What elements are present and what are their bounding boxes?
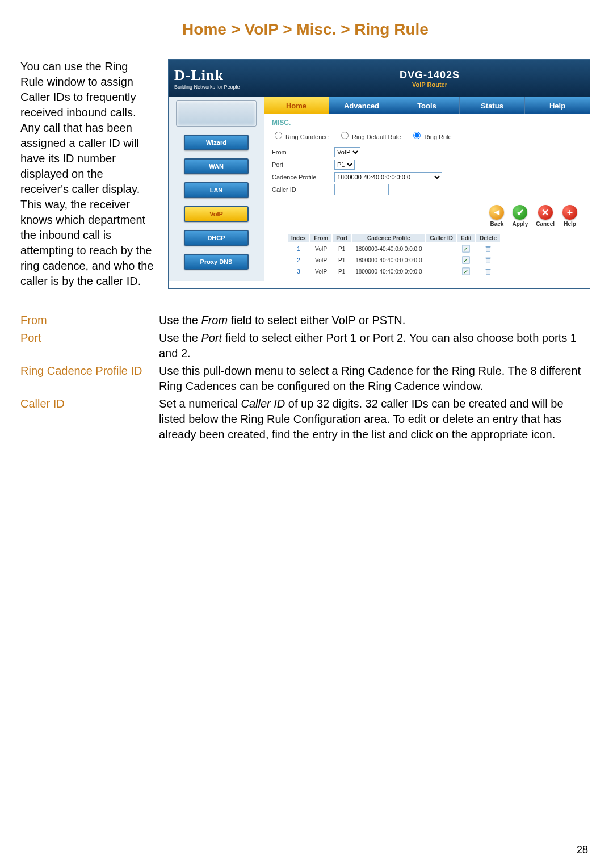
cell-port: P1	[333, 244, 351, 254]
cell-caller	[426, 244, 456, 254]
breadcrumb: Home > VoIP > Misc. > Ring Rule	[20, 20, 590, 39]
radio-ring-candence-label: Ring Candence	[285, 133, 329, 140]
tab-advanced[interactable]: Advanced	[329, 97, 394, 114]
radio-ring-default[interactable]: Ring Default Rule	[338, 133, 401, 140]
delete-icon[interactable]	[484, 267, 492, 275]
back-button[interactable]: ◄ Back	[489, 205, 504, 227]
cell-cadence: 1800000-40:40:0:0:0:0:0:0	[352, 244, 425, 254]
cancel-icon: ✕	[538, 205, 553, 220]
cell-cadence: 1800000-40:40:0:0:0:0:0:0	[352, 266, 425, 276]
sidebar-item-dhcp[interactable]: DHCP	[184, 230, 249, 246]
svg-rect-2	[486, 246, 491, 248]
caller-id-label: Caller ID	[272, 186, 334, 193]
svg-rect-8	[486, 269, 491, 270]
table-row: 3 VoIP P1 1800000-40:40:0:0:0:0:0:0	[288, 266, 500, 276]
cell-port: P1	[333, 266, 351, 276]
brand-tagline: Building Networks for People	[174, 84, 270, 90]
help-label: Help	[564, 221, 576, 227]
back-icon: ◄	[489, 205, 504, 220]
delete-icon[interactable]	[484, 256, 492, 264]
cadence-label: Cadence Profile	[272, 174, 334, 181]
svg-rect-5	[486, 258, 491, 259]
table-row: 2 VoIP P1 1800000-40:40:0:0:0:0:0:0	[288, 255, 500, 265]
tab-home[interactable]: Home	[264, 97, 329, 114]
apply-button[interactable]: ✔ Apply	[512, 205, 528, 227]
section-label: MISC.	[264, 114, 590, 129]
definitions: From Use the From field to select either…	[20, 313, 590, 442]
ring-rule-table: Index From Port Cadence Profile Caller I…	[287, 233, 501, 278]
model-subtitle: VoIP Router	[412, 81, 447, 88]
help-icon: ＋	[562, 205, 577, 220]
edit-icon[interactable]	[462, 256, 470, 264]
col-delete: Delete	[476, 234, 500, 242]
def-term-port: Port	[20, 330, 159, 361]
def-body-port: Use the Port field to select either Port…	[159, 330, 590, 361]
tab-help[interactable]: Help	[525, 97, 590, 114]
sidebar-item-proxy-dns[interactable]: Proxy DNS	[184, 254, 249, 270]
cell-index: 2	[288, 255, 309, 265]
back-label: Back	[490, 221, 503, 227]
col-edit: Edit	[457, 234, 475, 242]
delete-icon[interactable]	[484, 245, 492, 253]
svg-rect-1	[486, 247, 490, 251]
cell-index: 1	[288, 244, 309, 254]
sidebar-item-voip[interactable]: VoIP	[184, 206, 249, 222]
cadence-select[interactable]: 1800000-40:40:0:0:0:0:0:0	[334, 172, 442, 182]
radio-ring-rule-label: Ring Rule	[424, 133, 451, 140]
cell-from: VoIP	[310, 244, 331, 254]
sidebar-item-lan[interactable]: LAN	[184, 182, 249, 198]
apply-label: Apply	[512, 221, 528, 227]
col-cadence: Cadence Profile	[352, 234, 425, 242]
sidebar-item-wan[interactable]: WAN	[184, 158, 249, 174]
port-label: Port	[272, 161, 334, 168]
def-term-caller-id: Caller ID	[20, 396, 159, 442]
page-number: 28	[577, 844, 588, 856]
edit-icon[interactable]	[462, 245, 470, 253]
table-row: 1 VoIP P1 1800000-40:40:0:0:0:0:0:0	[288, 244, 500, 254]
cancel-button[interactable]: ✕ Cancel	[536, 205, 555, 227]
tab-tools[interactable]: Tools	[394, 97, 460, 114]
svg-rect-7	[486, 270, 490, 274]
svg-rect-4	[486, 258, 490, 263]
cell-port: P1	[333, 255, 351, 265]
model-name: DVG-1402S	[400, 69, 460, 81]
col-from: From	[310, 234, 331, 242]
cell-cadence: 1800000-40:40:0:0:0:0:0:0	[352, 255, 425, 265]
def-body-from: Use the From field to select either VoIP…	[159, 313, 590, 328]
radio-ring-rule[interactable]: Ring Rule	[410, 133, 451, 140]
cancel-label: Cancel	[536, 221, 555, 227]
sidebar-item-wizard[interactable]: Wizard	[184, 135, 249, 150]
edit-icon[interactable]	[462, 267, 470, 275]
def-term-from: From	[20, 313, 159, 328]
col-port: Port	[333, 234, 351, 242]
router-image	[176, 100, 257, 127]
col-index: Index	[288, 234, 309, 242]
help-button[interactable]: ＋ Help	[562, 205, 577, 227]
cell-from: VoIP	[310, 266, 331, 276]
from-select[interactable]: VoIP	[334, 147, 360, 157]
apply-icon: ✔	[513, 205, 527, 220]
brand-logo: D-Link	[174, 67, 270, 84]
cell-from: VoIP	[310, 255, 331, 265]
cell-caller	[426, 266, 456, 276]
port-select[interactable]: P1	[334, 160, 355, 170]
cell-index: 3	[288, 266, 309, 276]
from-label: From	[272, 149, 334, 156]
radio-ring-candence[interactable]: Ring Candence	[272, 133, 329, 140]
def-body-ring-cadence: Use this pull-down menu to select a Ring…	[159, 363, 590, 394]
intro-text: You can use the Ring Rule window to assi…	[20, 59, 154, 289]
col-caller: Caller ID	[426, 234, 456, 242]
cell-caller	[426, 255, 456, 265]
def-body-caller-id: Set a numerical Caller ID of up 32 digit…	[159, 396, 590, 442]
def-term-ring-cadence: Ring Cadence Profile ID	[20, 363, 159, 394]
caller-id-input[interactable]	[334, 184, 389, 195]
router-ui-screenshot: D-Link Building Networks for People DVG-…	[168, 59, 590, 289]
radio-ring-default-label: Ring Default Rule	[352, 133, 401, 140]
tab-status[interactable]: Status	[460, 97, 525, 114]
